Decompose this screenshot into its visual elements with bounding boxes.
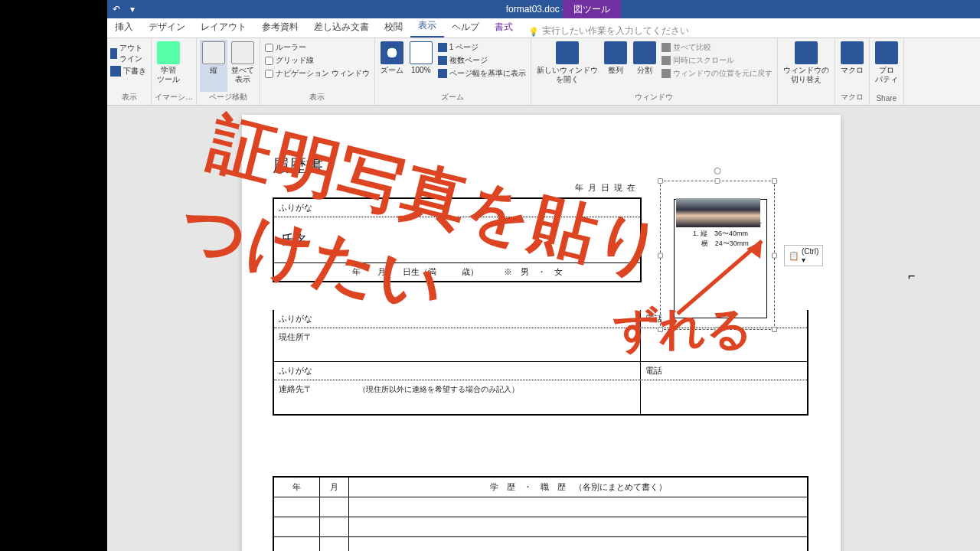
table-row: [274, 497, 807, 517]
resize-handle-n[interactable]: [715, 178, 720, 184]
date-line: 年月日現在: [575, 182, 640, 194]
furigana3: ふりがな: [274, 362, 640, 380]
page-width-icon: [438, 69, 447, 78]
phone2-label: 電話: [640, 362, 807, 380]
tab-help[interactable]: ヘルプ: [444, 17, 487, 37]
properties-button[interactable]: プロ パティ: [873, 40, 900, 94]
hist-month-header: 月: [320, 478, 349, 497]
group-label-immersive: イマーシ…: [155, 92, 193, 103]
resize-handle-w[interactable]: [658, 253, 663, 258]
birth-row: 年 月 日生（満 歳） ※ 男 ・ 女: [274, 263, 640, 281]
resize-handle-e[interactable]: [772, 253, 777, 258]
multi-page-icon: [438, 56, 447, 65]
split-button[interactable]: 分割: [631, 40, 658, 92]
outline-icon: [110, 48, 117, 59]
resize-handle-sw[interactable]: [658, 327, 663, 332]
navpane-checkbox[interactable]: ナビゲーション ウィンドウ: [263, 67, 371, 80]
contact-label: 連絡先〒（現住所以外に連絡を希望する場合のみ記入）: [274, 380, 640, 414]
ruler-checkbox[interactable]: ルーラー: [263, 41, 371, 54]
furigana2: ふりがな: [274, 310, 640, 328]
draft-view-button[interactable]: 下書き: [110, 66, 148, 77]
compare-icon: [662, 43, 671, 52]
tab-review[interactable]: 校閲: [377, 17, 410, 37]
paste-options-button[interactable]: (Ctrl) ▾: [784, 245, 823, 266]
address-label: 現住所〒: [274, 328, 640, 361]
undo-button[interactable]: ↶: [107, 4, 126, 15]
zoom-100-button[interactable]: 100%: [407, 40, 435, 92]
table-row: [274, 537, 807, 551]
pasted-photo[interactable]: [676, 198, 760, 227]
page-width-button[interactable]: ページ幅を基準に表示: [436, 67, 528, 80]
vertical-button[interactable]: 縦: [200, 40, 227, 92]
resize-handle-nw[interactable]: [658, 178, 663, 184]
props-icon: [875, 41, 898, 64]
group-label-window: ウィンドウ: [534, 92, 774, 103]
group-label-share: Share: [873, 94, 900, 103]
tab-design[interactable]: デザイン: [141, 17, 193, 37]
macro-button[interactable]: マクロ: [838, 40, 866, 92]
reset-icon: [662, 69, 671, 78]
picture-tools-tab[interactable]: 図ツール: [563, 0, 621, 18]
resize-handle-ne[interactable]: [772, 178, 777, 184]
split-icon: [633, 41, 656, 64]
arrange-icon: [604, 41, 627, 64]
tab-format[interactable]: 書式: [487, 17, 521, 37]
multi-page-button[interactable]: 複数ページ: [436, 54, 528, 67]
crop-marks-icon: ⌐: [908, 269, 915, 283]
table-row: [274, 517, 807, 537]
tell-me-search[interactable]: 実行したい作業を入力してください: [528, 24, 689, 37]
history-table: 年 月 学 歴 ・ 職 歴 （各別にまとめて書く）: [273, 476, 808, 551]
tab-mailings[interactable]: 差し込み文書: [306, 17, 377, 37]
vertical-icon: [202, 41, 225, 64]
group-label-switch: [781, 94, 831, 103]
page: 履歴書 年月日現在 ふりがな 氏名 年 月 日生（満 歳） ※ 男 ・ 女 ふり…: [242, 115, 841, 551]
title-bar: ↶ ▾ format03.doc - 互換モード 図ツール: [107, 0, 980, 18]
compare-side-button: 並べて比較: [660, 41, 774, 54]
name-table: ふりがな 氏名 年 月 日生（満 歳） ※ 男 ・ 女: [273, 197, 642, 282]
group-label-show: 表示: [263, 92, 371, 103]
reset-pos-button: ウィンドウの位置を元に戻す: [660, 67, 774, 80]
rotate-handle[interactable]: [714, 168, 721, 174]
learning-tools-button[interactable]: 学習 ツール: [155, 40, 182, 92]
window-title: format03.doc - 互換モード: [139, 3, 980, 16]
side-icon: [231, 41, 254, 64]
side-by-side-button[interactable]: 並べて 表示: [229, 40, 256, 92]
resize-handle-se[interactable]: [772, 327, 777, 332]
gridlines-checkbox[interactable]: グリッド線: [263, 54, 371, 67]
group-label-macro: マクロ: [838, 92, 866, 103]
qat-dropdown[interactable]: ▾: [126, 4, 139, 15]
switch-icon: [795, 41, 818, 64]
tab-view[interactable]: 表示: [410, 15, 444, 37]
group-label-views: 表示: [110, 92, 148, 103]
learning-icon: [157, 41, 180, 64]
group-label-zoom: ズーム: [378, 92, 528, 103]
outline-view-button[interactable]: アウトライン: [110, 43, 148, 64]
lightbulb-icon: [528, 26, 539, 37]
switch-window-button[interactable]: ウィンドウの 切り替え: [781, 40, 831, 94]
resize-handle-s[interactable]: [715, 327, 720, 332]
tab-layout[interactable]: レイアウト: [193, 17, 254, 37]
furigana-label: ふりがな: [274, 199, 317, 217]
zoom-icon: [381, 41, 403, 64]
tab-insert[interactable]: 挿入: [107, 17, 141, 37]
draft-icon: [110, 66, 121, 77]
hundred-icon: [410, 41, 433, 64]
hist-year-header: 年: [274, 478, 320, 497]
sync-scroll-button: 同時にスクロール: [660, 54, 774, 67]
name-label: 氏名: [274, 217, 315, 262]
new-window-button[interactable]: 新しいウィンドウ を開く: [534, 40, 600, 92]
new-window-icon: [556, 41, 579, 64]
ribbon-tabs: 挿入 デザイン レイアウト 参考資料 差し込み文書 校閲 表示 ヘルプ 書式 実…: [107, 18, 980, 38]
hist-header: 学 歴 ・ 職 歴 （各別にまとめて書く）: [349, 478, 807, 497]
arrange-button[interactable]: 整列: [602, 40, 629, 92]
macro-icon: [841, 41, 864, 64]
one-page-icon: [438, 43, 447, 52]
group-label-pagemove: ページ移動: [200, 92, 256, 103]
tab-references[interactable]: 参考資料: [254, 17, 306, 37]
sync-icon: [662, 56, 671, 65]
zoom-button[interactable]: ズーム: [378, 40, 406, 92]
pasted-image-selection[interactable]: [660, 181, 775, 330]
one-page-button[interactable]: 1 ページ: [436, 41, 528, 54]
document-area[interactable]: 履歴書 年月日現在 ふりがな 氏名 年 月 日生（満 歳） ※ 男 ・ 女 ふり…: [107, 106, 980, 551]
resume-title: 履歴書: [273, 155, 323, 178]
